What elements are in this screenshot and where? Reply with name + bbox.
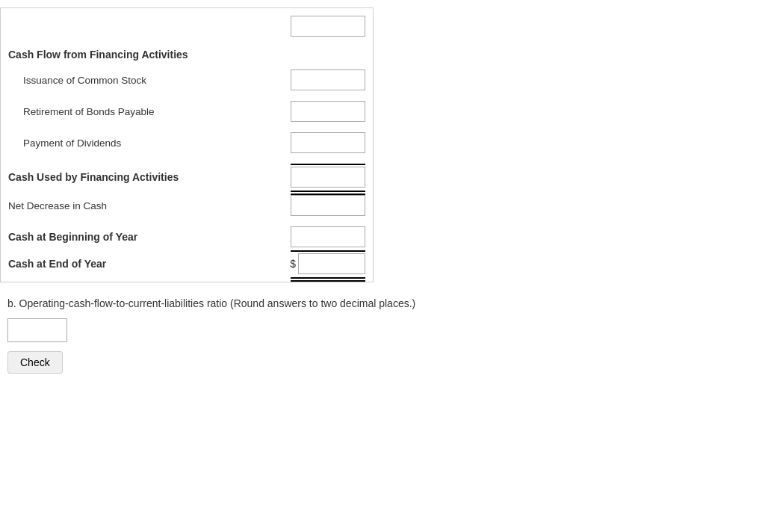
net-decrease-input[interactable] [291, 195, 365, 216]
dbl-top-2 [291, 277, 365, 279]
retirement-label: Retirement of Bonds Payable [23, 106, 155, 117]
dollar-sign: $ [290, 258, 296, 270]
cash-end-label: Cash at End of Year [8, 258, 106, 270]
ratio-label: b. Operating-cash-flow-to-current-liabil… [7, 297, 758, 309]
ratio-section: b. Operating-cash-flow-to-current-liabil… [0, 282, 765, 381]
cash-end-row: Cash at End of Year $ [8, 253, 365, 274]
cash-beginning-input[interactable] [291, 226, 365, 247]
top-input-row [8, 16, 365, 37]
dividends-label: Payment of Dividends [23, 137, 121, 149]
divider-single-2 [291, 250, 365, 252]
financing-activities-section: Cash Flow from Financing Activities Issu… [0, 7, 374, 282]
cash-beginning-row: Cash at Beginning of Year [8, 226, 365, 247]
issuance-row: Issuance of Common Stock [8, 69, 365, 90]
top-input[interactable] [291, 16, 365, 37]
dbl-bot-2 [291, 280, 365, 282]
divider-single-1 [291, 164, 365, 165]
cash-used-row: Cash Used by Financing Activities [8, 167, 365, 188]
section-header: Cash Flow from Financing Activities [8, 49, 365, 61]
dividends-input[interactable] [291, 132, 365, 153]
dbl-top-1 [291, 191, 365, 192]
cash-used-label: Cash Used by Financing Activities [8, 171, 179, 183]
check-button[interactable]: Check [7, 351, 63, 374]
net-decrease-label: Net Decrease in Cash [8, 200, 107, 211]
double-line-2 [291, 277, 365, 282]
cash-end-input[interactable] [298, 253, 365, 274]
issuance-input[interactable] [291, 69, 365, 90]
page-container: Cash Flow from Financing Activities Issu… [0, 0, 765, 532]
cash-used-input[interactable] [291, 167, 365, 188]
dividends-row: Payment of Dividends [8, 132, 365, 153]
dollar-input-wrap: $ [290, 253, 365, 274]
cash-beginning-label: Cash at Beginning of Year [8, 231, 137, 243]
net-decrease-row: Net Decrease in Cash [8, 195, 365, 216]
retirement-row: Retirement of Bonds Payable [8, 101, 365, 122]
retirement-input[interactable] [291, 101, 365, 122]
ratio-input[interactable] [7, 318, 67, 342]
issuance-label: Issuance of Common Stock [23, 75, 146, 86]
after-double-2 [8, 277, 365, 282]
